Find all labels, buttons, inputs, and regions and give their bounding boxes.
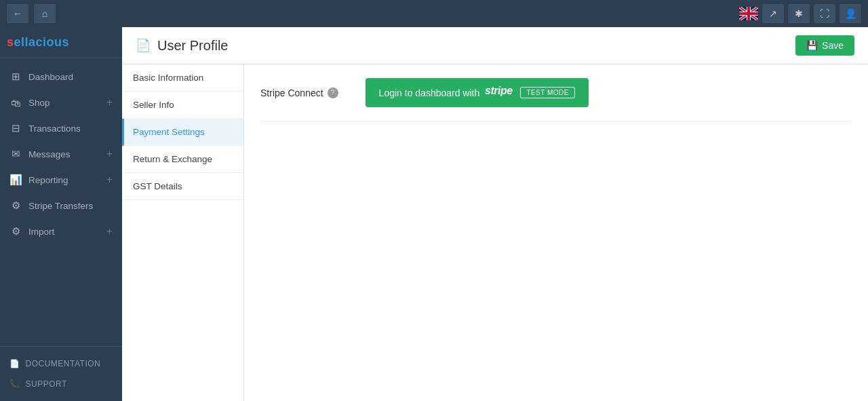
user-button[interactable]: 👤 — [840, 4, 861, 23]
save-label: Save — [822, 40, 844, 51]
documentation-icon: 📄 — [9, 359, 20, 368]
stripe-wordmark-svg: stripe — [485, 85, 515, 97]
support-icon: 📞 — [9, 379, 20, 389]
save-button[interactable]: 💾 Save — [795, 35, 854, 56]
content-area: 📄 User Profile 💾 Save Basic Information … — [122, 27, 868, 401]
stripe-connect-text: Stripe Connect — [260, 88, 323, 98]
stripe-connect-row: Stripe Connect ? Login to dashboard with… — [260, 78, 852, 121]
topbar: ← ⌂ ↗ ✱ ⛶ 👤 — [0, 0, 868, 27]
uk-flag-icon — [739, 7, 758, 20]
stripe-transfers-icon: ⚙ — [9, 199, 22, 212]
page-title-icon: 📄 — [136, 38, 151, 53]
back-button[interactable]: ← — [7, 4, 28, 23]
expand-button[interactable]: ⛶ — [814, 4, 835, 23]
stripe-logo: stripe — [485, 85, 515, 100]
sidebar-item-label: Transactions — [28, 123, 81, 134]
messages-plus-icon[interactable]: + — [106, 148, 113, 160]
sidebar-footer: 📄 DOCUMENTATION 📞 SUPPORT — [0, 346, 122, 401]
main-content: Stripe Connect ? Login to dashboard with… — [244, 64, 868, 401]
reporting-plus-icon[interactable]: + — [106, 174, 113, 186]
sidebar-item-import[interactable]: ⚙ Import + — [0, 218, 122, 244]
support-link[interactable]: 📞 SUPPORT — [0, 374, 122, 394]
sidebar-item-shop[interactable]: 🛍 Shop + — [0, 90, 122, 115]
sidebar-item-transactions[interactable]: ⊟ Transactions — [0, 115, 122, 141]
language-selector[interactable] — [739, 7, 758, 20]
reporting-icon: 📊 — [9, 174, 22, 186]
import-plus-icon[interactable]: + — [106, 225, 113, 237]
sidebar-item-label: Shop — [28, 98, 50, 108]
transactions-icon: ⊟ — [9, 122, 22, 134]
topbar-left: ← ⌂ — [7, 4, 56, 23]
sub-menu-seller-info[interactable]: Seller Info — [122, 92, 243, 119]
sidebar-item-messages[interactable]: ✉ Messages + — [0, 141, 122, 167]
home-button[interactable]: ⌂ — [34, 4, 56, 23]
documentation-link[interactable]: 📄 DOCUMENTATION — [0, 354, 122, 374]
import-icon: ⚙ — [9, 225, 22, 237]
joomla-button[interactable]: ✱ — [788, 4, 810, 23]
sidebar-item-reporting[interactable]: 📊 Reporting + — [0, 167, 122, 193]
sidebar-item-label: Messages — [28, 149, 71, 159]
dashboard-icon: ⊞ — [9, 71, 22, 83]
external-link-button[interactable]: ↗ — [762, 4, 784, 23]
sub-layout: Basic Information Seller Info Payment Se… — [122, 64, 868, 401]
page-title-area: 📄 User Profile — [136, 38, 228, 54]
shop-plus-icon[interactable]: + — [106, 96, 113, 109]
stripe-button-prefix: Login to dashboard with — [379, 88, 480, 98]
main-layout: sellacious ⊞ Dashboard 🛍 Shop + ⊟ — [0, 27, 868, 401]
sub-menu-return-exchange[interactable]: Return & Exchange — [122, 146, 243, 173]
svg-text:stripe: stripe — [485, 85, 513, 96]
support-label: SUPPORT — [26, 379, 67, 389]
sub-menu-basic-info[interactable]: Basic Information — [122, 64, 243, 92]
shop-icon: 🛍 — [9, 97, 22, 109]
sidebar-item-label: Stripe Transfers — [28, 201, 93, 211]
stripe-connect-label: Stripe Connect ? — [260, 88, 338, 98]
sub-menu-gst-details[interactable]: GST Details — [122, 173, 243, 200]
sidebar-item-label: Reporting — [28, 175, 68, 185]
page-title: User Profile — [157, 38, 228, 54]
sidebar-nav: ⊞ Dashboard 🛍 Shop + ⊟ Transactions — [0, 58, 122, 346]
messages-icon: ✉ — [9, 148, 22, 160]
sidebar-item-label: Import — [28, 227, 54, 237]
page-header: 📄 User Profile 💾 Save — [122, 27, 868, 64]
save-icon: 💾 — [806, 40, 818, 51]
sidebar-item-dashboard[interactable]: ⊞ Dashboard — [0, 64, 122, 90]
sub-menu-payment-settings[interactable]: Payment Settings — [122, 119, 243, 146]
test-mode-badge: TEST MODE — [520, 87, 575, 98]
sidebar-item-label: Dashboard — [28, 72, 73, 82]
stripe-login-button[interactable]: Login to dashboard with stripe TEST MODE — [366, 78, 589, 107]
sidebar-item-stripe-transfers[interactable]: ⚙ Stripe Transfers — [0, 193, 122, 218]
topbar-right: ↗ ✱ ⛶ 👤 — [739, 4, 861, 23]
logo-area: sellacious — [0, 27, 122, 58]
help-icon[interactable]: ? — [328, 88, 338, 98]
sub-sidebar: Basic Information Seller Info Payment Se… — [122, 64, 244, 401]
documentation-label: DOCUMENTATION — [26, 359, 101, 368]
sidebar: sellacious ⊞ Dashboard 🛍 Shop + ⊟ — [0, 27, 122, 401]
logo: sellacious — [7, 35, 69, 50]
